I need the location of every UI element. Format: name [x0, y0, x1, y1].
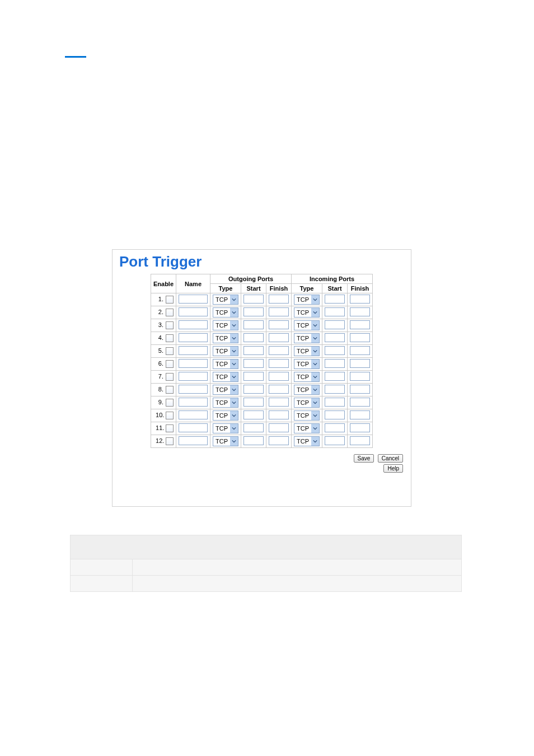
outgoing-type-select[interactable]: TCP [213, 398, 238, 408]
incoming-start-input[interactable] [325, 346, 345, 355]
cancel-button[interactable]: Cancel [378, 454, 403, 463]
outgoing-finish-input[interactable] [269, 346, 289, 355]
name-input[interactable] [179, 398, 208, 407]
incoming-start-input[interactable] [325, 436, 345, 445]
outgoing-start-input[interactable] [243, 423, 264, 432]
outgoing-start-input[interactable] [243, 359, 264, 368]
outgoing-finish-input[interactable] [269, 333, 289, 342]
enable-checkbox[interactable] [166, 321, 174, 329]
incoming-type-select[interactable]: TCP [294, 359, 320, 369]
incoming-start-input[interactable] [325, 398, 345, 407]
incoming-type-select[interactable]: TCP [294, 410, 320, 421]
outgoing-finish-input[interactable] [269, 423, 289, 432]
outgoing-start-input[interactable] [243, 307, 264, 316]
outgoing-start-input[interactable] [243, 295, 264, 304]
outgoing-type-select[interactable]: TCP [213, 307, 238, 318]
outgoing-start-input[interactable] [243, 346, 264, 355]
outgoing-type-select[interactable]: TCP [213, 359, 238, 369]
incoming-start-input[interactable] [325, 423, 345, 432]
incoming-finish-input[interactable] [350, 372, 370, 381]
name-input[interactable] [179, 333, 208, 342]
incoming-finish-input[interactable] [350, 320, 370, 329]
name-input[interactable] [179, 410, 208, 419]
enable-checkbox[interactable] [166, 347, 174, 355]
outgoing-start-input[interactable] [243, 372, 264, 381]
name-input[interactable] [179, 436, 208, 445]
row-number: 1. [156, 296, 163, 302]
outgoing-finish-input[interactable] [269, 398, 289, 407]
save-button[interactable]: Save [354, 454, 374, 463]
incoming-finish-input[interactable] [350, 398, 370, 407]
help-button[interactable]: Help [383, 464, 403, 473]
incoming-type-select[interactable]: TCP [294, 398, 320, 408]
name-input[interactable] [179, 423, 208, 432]
incoming-type-select[interactable]: TCP [294, 346, 320, 356]
incoming-type-select[interactable]: TCP [294, 295, 320, 305]
outgoing-finish-input[interactable] [269, 410, 289, 419]
outgoing-start-input[interactable] [243, 398, 264, 407]
incoming-start-input[interactable] [325, 359, 345, 368]
enable-checkbox[interactable] [166, 296, 174, 304]
outgoing-start-input[interactable] [243, 410, 264, 419]
outgoing-start-input[interactable] [243, 320, 264, 329]
enable-checkbox[interactable] [166, 373, 174, 381]
incoming-type-select[interactable]: TCP [294, 436, 320, 446]
outgoing-type-select[interactable]: TCP [213, 372, 238, 382]
outgoing-finish-input[interactable] [269, 436, 289, 445]
name-input[interactable] [179, 385, 208, 394]
outgoing-type-select[interactable]: TCP [213, 410, 238, 421]
incoming-finish-input[interactable] [350, 295, 370, 304]
enable-checkbox[interactable] [166, 437, 174, 445]
incoming-finish-input[interactable] [350, 436, 370, 445]
outgoing-type-select[interactable]: TCP [213, 436, 238, 446]
outgoing-type-select[interactable]: TCP [213, 295, 238, 305]
incoming-finish-input[interactable] [350, 307, 370, 316]
name-input[interactable] [179, 307, 208, 316]
incoming-finish-input[interactable] [350, 410, 370, 419]
incoming-start-input[interactable] [325, 307, 345, 316]
outgoing-start-input[interactable] [243, 333, 264, 342]
outgoing-finish-input[interactable] [269, 359, 289, 368]
incoming-start-input[interactable] [325, 320, 345, 329]
incoming-start-input[interactable] [325, 295, 345, 304]
outgoing-type-select[interactable]: TCP [213, 320, 238, 330]
outgoing-type-select[interactable]: TCP [213, 333, 238, 343]
enable-checkbox[interactable] [166, 334, 174, 342]
incoming-type-select[interactable]: TCP [294, 385, 320, 395]
outgoing-finish-input[interactable] [269, 372, 289, 381]
name-input[interactable] [179, 346, 208, 355]
outgoing-start-input[interactable] [243, 385, 264, 394]
incoming-start-input[interactable] [325, 333, 345, 342]
enable-checkbox[interactable] [166, 399, 174, 407]
incoming-type-select[interactable]: TCP [294, 423, 320, 433]
enable-checkbox[interactable] [166, 424, 174, 432]
enable-checkbox[interactable] [166, 412, 174, 419]
outgoing-finish-input[interactable] [269, 295, 289, 304]
incoming-start-input[interactable] [325, 410, 345, 419]
outgoing-start-input[interactable] [243, 436, 264, 445]
outgoing-type-select[interactable]: TCP [213, 385, 238, 395]
name-input[interactable] [179, 372, 208, 381]
incoming-finish-input[interactable] [350, 359, 370, 368]
incoming-finish-input[interactable] [350, 423, 370, 432]
incoming-finish-input[interactable] [350, 385, 370, 394]
incoming-start-input[interactable] [325, 385, 345, 394]
incoming-type-select[interactable]: TCP [294, 307, 320, 318]
incoming-type-select[interactable]: TCP [294, 372, 320, 382]
enable-checkbox[interactable] [166, 360, 174, 368]
outgoing-finish-input[interactable] [269, 385, 289, 394]
name-input[interactable] [179, 320, 208, 329]
enable-checkbox[interactable] [166, 386, 174, 394]
incoming-type-select[interactable]: TCP [294, 333, 320, 343]
incoming-finish-input[interactable] [350, 346, 370, 355]
outgoing-type-select[interactable]: TCP [213, 346, 238, 356]
enable-checkbox[interactable] [166, 309, 174, 316]
outgoing-finish-input[interactable] [269, 307, 289, 316]
name-input[interactable] [179, 359, 208, 368]
name-input[interactable] [179, 295, 208, 304]
incoming-type-select[interactable]: TCP [294, 320, 320, 330]
incoming-start-input[interactable] [325, 372, 345, 381]
outgoing-finish-input[interactable] [269, 320, 289, 329]
outgoing-type-select[interactable]: TCP [213, 423, 238, 433]
incoming-finish-input[interactable] [350, 333, 370, 342]
